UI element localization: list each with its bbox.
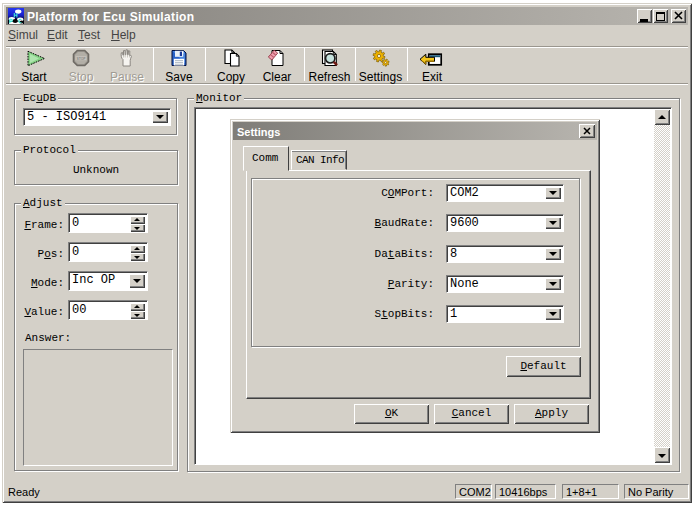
svg-text:STOP: STOP: [76, 57, 86, 61]
